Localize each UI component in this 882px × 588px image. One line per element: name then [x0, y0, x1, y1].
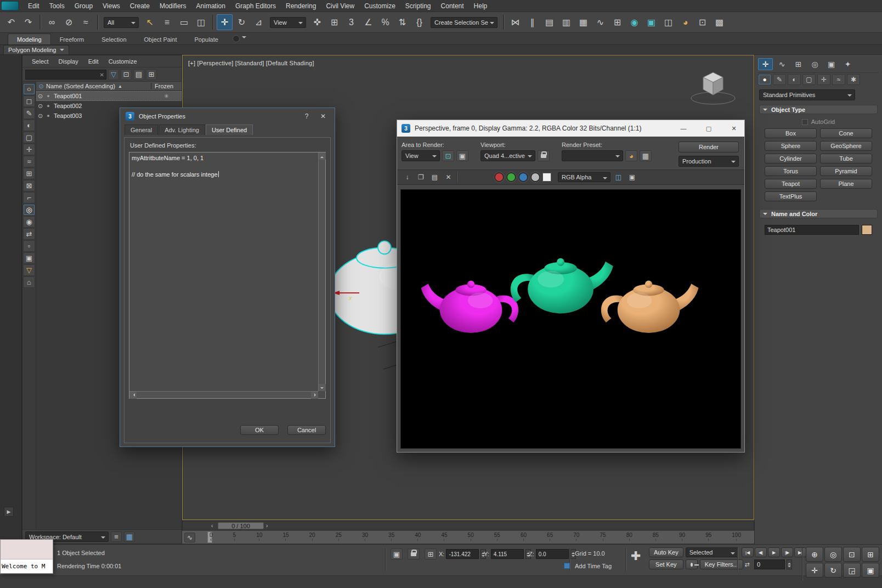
render-mode-dropdown[interactable]: Production	[679, 156, 739, 167]
display-containers-icon[interactable]: ◎	[23, 204, 35, 216]
next-frame-icon[interactable]: |▶	[781, 547, 793, 557]
primitive-button[interactable]: TextPlus	[765, 191, 817, 201]
select-and-move-icon[interactable]: ✛	[217, 14, 233, 30]
workspace-menu-icon[interactable]: ≡	[111, 532, 122, 542]
motion-tab-icon[interactable]: ◎	[807, 58, 822, 70]
render-button[interactable]: Render	[679, 142, 739, 152]
menu-item[interactable]: Content	[436, 1, 469, 12]
select-by-name-icon[interactable]: ≡	[159, 14, 175, 30]
shapes-category-icon[interactable]: ✎	[773, 74, 786, 85]
time-slider[interactable]: ‹ 0 / 100 ›	[182, 521, 754, 530]
set-keys-icon[interactable]	[686, 559, 698, 569]
select-and-link-icon[interactable]: ∞	[44, 14, 60, 30]
spacewarps-category-icon[interactable]: ≈	[832, 74, 845, 85]
clear-search-icon[interactable]: ✕	[100, 72, 104, 78]
ribbon-tab[interactable]: Freeform	[51, 34, 93, 44]
display-geometry-icon[interactable]: ◻	[23, 95, 35, 107]
scene-explorer-menu-item[interactable]: Display	[54, 56, 83, 66]
menu-item[interactable]: Edit	[23, 1, 44, 12]
user-defined-properties-textarea[interactable]: myAttritbuteName = 1, 0, 1 // do the sam…	[132, 154, 316, 389]
curve-editor-icon[interactable]: ∿	[592, 14, 608, 30]
undo-icon[interactable]: ↶	[3, 14, 19, 30]
utilities-tab-icon[interactable]: ✦	[840, 58, 855, 70]
area-to-render-dropdown[interactable]: View	[402, 150, 440, 161]
reference-coordinate-dropdown[interactable]: View	[270, 17, 306, 28]
menu-item[interactable]: Views	[98, 1, 125, 12]
primitive-button[interactable]: Box	[765, 128, 817, 138]
minimize-icon[interactable]: —	[673, 120, 694, 137]
geometry-category-icon[interactable]: ●	[758, 74, 771, 85]
frozen-cell[interactable]: ✳	[151, 93, 182, 100]
workspace-grid-icon[interactable]: ▦	[124, 532, 135, 542]
display-bones-icon[interactable]: ⌐	[23, 192, 35, 203]
primitive-button[interactable]: Cone	[820, 128, 872, 138]
create-animation-plus-icon[interactable]: ✚	[631, 549, 641, 563]
y-coordinate-field[interactable]: 4.115	[491, 549, 524, 559]
settings-icon[interactable]: ⊞	[146, 69, 157, 80]
select-and-rotate-icon[interactable]: ↻	[234, 14, 250, 30]
named-selection-sets-icon[interactable]: {}	[411, 14, 427, 30]
bind-to-space-warp-icon[interactable]: ≈	[78, 14, 94, 30]
dialog-tab[interactable]: General	[125, 125, 158, 135]
unlink-selection-icon[interactable]: ⊘	[61, 14, 77, 30]
zoom-region-icon[interactable]: ⊞	[862, 547, 879, 562]
named-selection-set-dropdown[interactable]: Create Selection Se	[431, 17, 497, 28]
primitive-button[interactable]: Tube	[820, 154, 872, 163]
snaps-toggle-icon[interactable]: 3	[343, 14, 359, 30]
schematic-view-icon[interactable]: ⊞	[609, 14, 625, 30]
key-filters-button[interactable]: Key Filters...	[700, 559, 743, 569]
current-frame-field[interactable]: 0	[754, 559, 785, 569]
ribbon-tab[interactable]: Populate	[185, 34, 227, 44]
toggle-layer-explorer-icon[interactable]: ▥	[558, 14, 574, 30]
scroll-up-icon[interactable]	[319, 152, 326, 160]
display-cameras-icon[interactable]: ▢	[23, 132, 35, 143]
select-all-icon[interactable]: ○	[23, 83, 35, 95]
mirror-icon[interactable]: ⋈	[507, 14, 523, 30]
percent-snap-icon[interactable]: %	[377, 14, 393, 30]
render-preset-dropdown[interactable]	[562, 150, 623, 161]
primitive-button[interactable]: Pyramid	[820, 166, 872, 176]
primitive-category-dropdown[interactable]: Standard Primitives	[759, 89, 855, 100]
primitive-button[interactable]: GeoSphere	[820, 141, 872, 151]
ok-button[interactable]: OK	[240, 425, 279, 435]
render-setup-icon[interactable]: ▣	[643, 14, 659, 30]
ribbon-tab[interactable]: Modeling	[8, 33, 51, 44]
angle-snap-icon[interactable]: ∠	[360, 14, 376, 30]
time-configuration-icon[interactable]: ⇄	[742, 559, 753, 569]
material-editor-icon[interactable]: ◉	[626, 14, 642, 30]
filter-combinations-icon[interactable]: ▽	[23, 264, 35, 276]
add-time-tag[interactable]: Add Time Tag	[575, 563, 612, 569]
display-tab-icon[interactable]: ▣	[824, 58, 839, 70]
display-helpers-icon[interactable]: ✛	[23, 144, 35, 155]
go-to-start-icon[interactable]: |◀	[742, 547, 754, 557]
lock-cell-editing-icon[interactable]: ▣	[23, 252, 35, 264]
previous-frame-arrow[interactable]: ‹	[211, 523, 213, 529]
dialog-titlebar[interactable]: 3 Object Properties ? ✕	[120, 108, 335, 125]
menu-item[interactable]: Civil View	[321, 1, 359, 12]
sync-selection-icon[interactable]: ⇄	[23, 228, 35, 240]
welcome-window-title[interactable]: Welcome to M	[1, 559, 53, 573]
selection-lock-icon[interactable]	[408, 549, 420, 559]
primitive-button[interactable]: Plane	[820, 179, 872, 189]
rendered-frame-window-icon[interactable]: ◫	[660, 14, 676, 30]
object-name[interactable]: Teapot001	[52, 93, 151, 99]
go-to-end-icon[interactable]: ▶|	[794, 547, 806, 557]
horizontal-scrollbar[interactable]	[129, 391, 318, 398]
zoom-extents-icon[interactable]: ⊡	[843, 547, 861, 562]
close-icon[interactable]: ✕	[723, 120, 744, 137]
close-icon[interactable]: ✕	[317, 112, 329, 120]
menu-item[interactable]: Customize	[359, 1, 400, 12]
scene-explorer-menu-item[interactable]: Edit	[83, 56, 104, 66]
select-and-scale-icon[interactable]: ⊿	[251, 14, 267, 30]
lock-explorer-icon[interactable]: ⊡	[121, 69, 132, 80]
welcome-window[interactable]: Welcome to M	[0, 539, 53, 574]
systems-category-icon[interactable]: ✱	[847, 74, 860, 85]
search-input[interactable]: ✕	[25, 70, 106, 80]
x-coordinate-field[interactable]: -131.422	[446, 549, 479, 559]
mini-curve-editor-icon[interactable]: ∿	[184, 533, 195, 542]
clone-window-icon[interactable]: ❐	[415, 172, 427, 183]
viewport-label[interactable]: [+] [Perspective] [Standard] [Default Sh…	[188, 60, 314, 66]
scroll-down-icon[interactable]	[319, 384, 326, 391]
select-object-icon[interactable]: ↖	[142, 14, 158, 30]
visibility-eye-icon[interactable]: ⊙	[36, 93, 44, 100]
